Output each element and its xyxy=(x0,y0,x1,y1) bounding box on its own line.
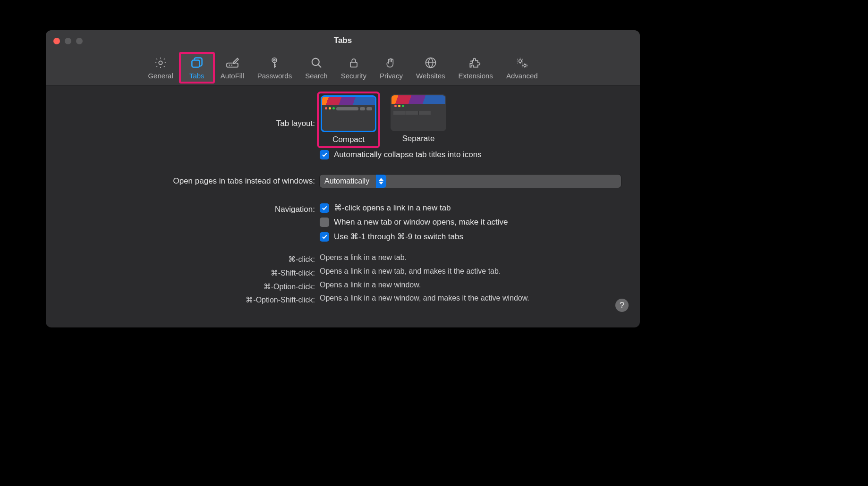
toolbar-item-advanced[interactable]: Advanced xyxy=(500,53,545,83)
shortcut-key: ⌘-Option-click: xyxy=(65,279,320,293)
toolbar-item-autofill[interactable]: AutoFill xyxy=(214,53,251,83)
toolbar-item-label: Passwords xyxy=(257,72,292,80)
toolbar-item-label: Extensions xyxy=(459,72,493,80)
tabs-pane: Tab layout: Compact xyxy=(46,86,640,320)
toolbar-item-label: Search xyxy=(305,72,328,80)
cmd-click-new-tab-checkbox[interactable] xyxy=(320,203,329,213)
shortcut-desc: Opens a link in a new window. xyxy=(320,279,621,291)
tab-layout-compact[interactable]: Compact xyxy=(320,94,377,145)
toolbar-item-label: Security xyxy=(341,72,366,80)
key-icon xyxy=(267,56,281,70)
svg-point-0 xyxy=(159,61,162,64)
toolbar-item-label: General xyxy=(148,72,173,80)
svg-point-11 xyxy=(524,65,526,67)
toolbar-item-extensions[interactable]: Extensions xyxy=(452,53,500,83)
separate-preview-icon xyxy=(391,94,446,131)
pencil-field-icon xyxy=(225,56,239,70)
checkbox-label: Use ⌘-1 through ⌘-9 to switch tabs xyxy=(334,232,463,242)
svg-point-6 xyxy=(274,59,275,61)
shortcut-help: ⌘-click: Opens a link in a new tab. ⌘-Sh… xyxy=(65,252,621,306)
gear-icon xyxy=(153,56,168,70)
toolbar-item-general[interactable]: General xyxy=(141,53,179,83)
shortcut-desc: Opens a link in a new tab. xyxy=(320,252,621,264)
tab-layout-separate[interactable]: Separate xyxy=(391,94,446,143)
shortcut-key: ⌘-click: xyxy=(65,252,320,266)
gears-icon xyxy=(515,56,529,70)
titlebar: Tabs General Tabs AutoFill xyxy=(46,30,640,86)
toolbar-item-label: AutoFill xyxy=(221,72,244,80)
preferences-toolbar: General Tabs AutoFill Passwords xyxy=(46,53,640,83)
tab-layout-option-label: Compact xyxy=(332,135,365,144)
magnifier-icon xyxy=(309,56,323,70)
make-active-checkbox[interactable] xyxy=(320,218,329,227)
help-button[interactable]: ? xyxy=(615,299,629,312)
checkbox-label: ⌘-click opens a link in a new tab xyxy=(334,203,451,213)
toolbar-item-privacy[interactable]: Privacy xyxy=(373,53,409,83)
lock-icon xyxy=(347,56,361,70)
toolbar-item-tabs[interactable]: Tabs xyxy=(180,53,214,83)
shortcut-desc: Opens a link in a new tab, and makes it … xyxy=(320,266,621,277)
open-pages-popup[interactable]: Automatically xyxy=(320,175,621,188)
globe-icon xyxy=(424,56,438,70)
cmd-number-switch-checkbox[interactable] xyxy=(320,232,329,242)
tabs-icon xyxy=(190,56,204,70)
hand-icon xyxy=(384,56,398,70)
preferences-window: Tabs General Tabs AutoFill xyxy=(46,30,640,327)
svg-point-4 xyxy=(231,65,232,66)
toolbar-item-label: Websites xyxy=(416,72,445,80)
tab-layout-option-label: Separate xyxy=(402,134,435,143)
collapse-titles-checkbox[interactable] xyxy=(320,150,329,159)
toolbar-item-passwords[interactable]: Passwords xyxy=(251,53,298,83)
tab-layout-options: Compact Separate xyxy=(320,94,621,145)
shortcut-key: ⌘-Option-Shift-click: xyxy=(65,293,320,306)
question-icon: ? xyxy=(620,301,624,310)
tab-layout-label: Tab layout: xyxy=(65,94,320,128)
open-pages-value: Automatically xyxy=(324,177,369,185)
stepper-arrows-icon xyxy=(376,175,386,188)
svg-point-10 xyxy=(519,60,522,63)
toolbar-item-label: Advanced xyxy=(506,72,538,80)
toolbar-item-label: Privacy xyxy=(380,72,403,80)
toolbar-item-search[interactable]: Search xyxy=(298,53,334,83)
toolbar-item-websites[interactable]: Websites xyxy=(409,53,451,83)
window-title: Tabs xyxy=(46,36,640,45)
navigation-label: Navigation: xyxy=(65,203,320,214)
svg-rect-8 xyxy=(350,62,357,67)
toolbar-item-security[interactable]: Security xyxy=(334,53,373,83)
svg-point-3 xyxy=(229,65,230,66)
toolbar-item-label: Tabs xyxy=(189,72,204,80)
compact-preview-icon xyxy=(321,95,376,132)
shortcut-key: ⌘-Shift-click: xyxy=(65,266,320,279)
checkbox-label: When a new tab or window opens, make it … xyxy=(334,218,508,227)
svg-rect-1 xyxy=(192,60,199,67)
shortcut-desc: Opens a link in a new window, and makes … xyxy=(320,293,621,304)
open-pages-label: Open pages in tabs instead of windows: xyxy=(65,175,320,186)
puzzle-icon xyxy=(468,56,483,70)
svg-point-5 xyxy=(272,58,277,63)
collapse-titles-label: Automatically collapse tab titles into i… xyxy=(334,150,482,159)
svg-point-7 xyxy=(312,59,319,66)
